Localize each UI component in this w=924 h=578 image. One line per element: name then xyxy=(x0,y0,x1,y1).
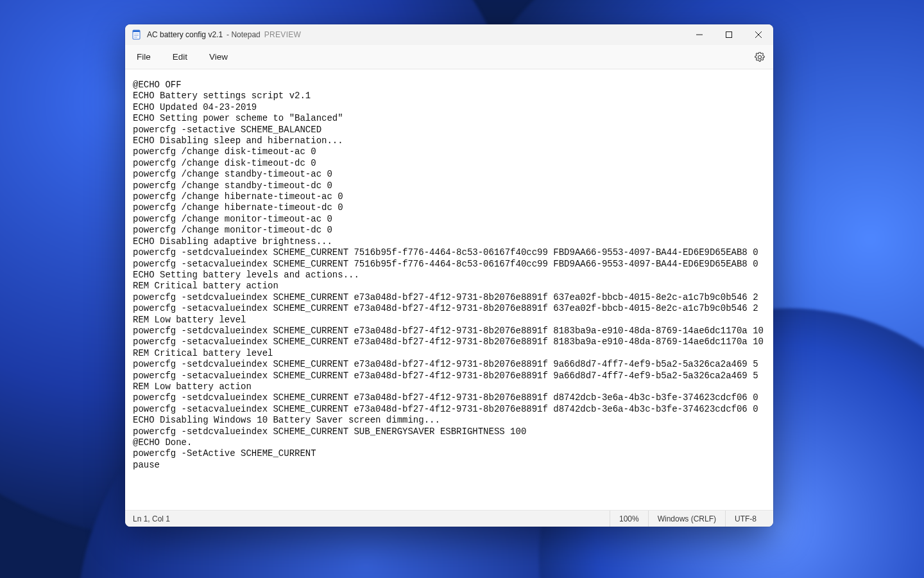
document-title: AC battery config v2.1 xyxy=(147,30,223,39)
status-zoom[interactable]: 100% xyxy=(610,511,648,527)
menubar: File Edit View xyxy=(125,45,773,69)
preview-tag: PREVIEW xyxy=(264,30,301,39)
status-encoding: UTF-8 xyxy=(725,511,766,527)
maximize-icon xyxy=(726,31,732,38)
editor-content[interactable]: @ECHO OFF ECHO Battery settings script v… xyxy=(133,80,766,471)
minimize-button[interactable] xyxy=(685,24,714,45)
menu-view[interactable]: View xyxy=(201,48,235,66)
app-name: - Notepad xyxy=(227,30,261,39)
menu-file[interactable]: File xyxy=(129,48,158,66)
settings-button[interactable] xyxy=(750,48,769,67)
minimize-icon xyxy=(696,31,703,38)
status-position: Ln 1, Col 1 xyxy=(133,511,179,527)
svg-rect-6 xyxy=(726,32,732,38)
statusbar: Ln 1, Col 1 100% Windows (CRLF) UTF-8 xyxy=(125,510,773,527)
titlebar[interactable]: AC battery config v2.1 - Notepad PREVIEW xyxy=(125,24,773,45)
gear-icon xyxy=(755,52,765,62)
menu-edit[interactable]: Edit xyxy=(165,48,195,66)
close-icon xyxy=(755,31,762,38)
maximize-button[interactable] xyxy=(714,24,744,45)
notepad-icon xyxy=(132,30,142,40)
close-button[interactable] xyxy=(744,24,773,45)
text-editor[interactable]: @ECHO OFF ECHO Battery settings script v… xyxy=(125,69,773,510)
status-line-endings: Windows (CRLF) xyxy=(648,511,725,527)
svg-rect-1 xyxy=(133,30,140,32)
notepad-window: AC battery config v2.1 - Notepad PREVIEW… xyxy=(125,24,773,527)
